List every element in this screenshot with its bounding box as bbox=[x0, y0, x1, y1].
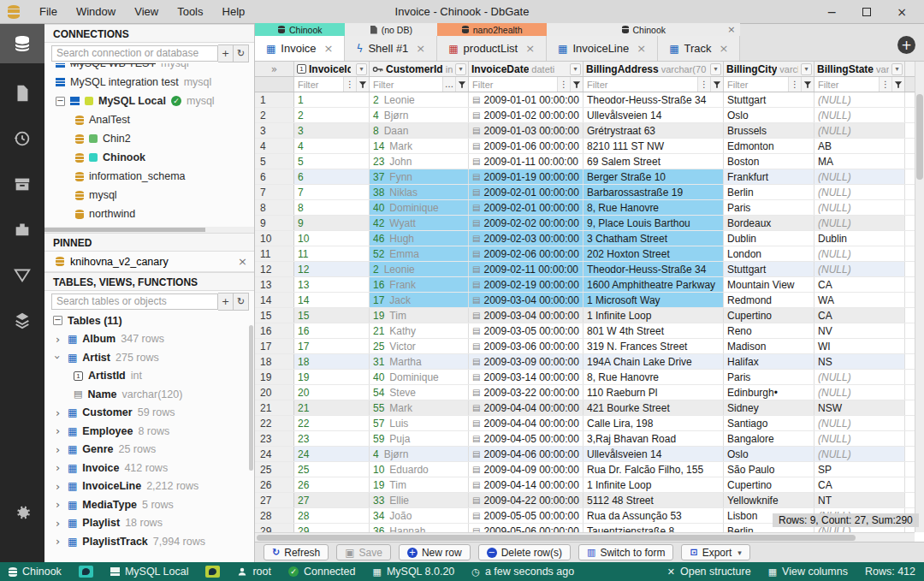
database-item-northwind[interactable]: northwind bbox=[44, 205, 254, 223]
billing-state-cell[interactable]: (NULL) bbox=[814, 169, 905, 184]
chevron-right-icon[interactable]: › bbox=[53, 461, 62, 474]
row-number-cell[interactable]: 27 bbox=[255, 493, 294, 507]
billing-city-cell[interactable]: Paris bbox=[724, 370, 814, 384]
connection-item-mysql-integration-test[interactable]: MySQL integration testmysql bbox=[44, 73, 254, 92]
filter-menu-icon[interactable]: ⋮ bbox=[697, 77, 710, 92]
billing-address-cell[interactable]: 9, Place Louis Barthou bbox=[583, 216, 724, 230]
invoice-id-cell[interactable]: 7 bbox=[294, 185, 370, 199]
invoice-date-cell[interactable]: ▤2009-04-06 00:00:00 bbox=[469, 447, 583, 461]
billing-state-cell[interactable]: SP bbox=[814, 462, 905, 477]
date-edit-icon[interactable]: ▤ bbox=[472, 403, 480, 412]
billing-city-cell[interactable]: Sidney bbox=[724, 400, 814, 415]
expand-all-header-cell[interactable]: » bbox=[255, 62, 294, 76]
invoice-date-cell[interactable]: ▤2009-02-01 00:00:00 bbox=[469, 200, 583, 215]
billing-city-cell[interactable]: Cupertino bbox=[724, 477, 814, 492]
date-edit-icon[interactable]: ▤ bbox=[472, 388, 480, 397]
customer-id-cell[interactable]: 54Steve bbox=[370, 385, 469, 400]
close-icon[interactable]: × bbox=[525, 42, 535, 55]
funnel-icon[interactable] bbox=[570, 77, 583, 92]
billing-address-cell[interactable]: Grétrystraat 63 bbox=[583, 123, 724, 138]
customer-id-cell[interactable]: 55Mark bbox=[370, 400, 469, 415]
layers-rail-icon[interactable] bbox=[0, 300, 44, 340]
billing-city-cell[interactable]: Berlin bbox=[724, 185, 814, 199]
date-edit-icon[interactable]: ▤ bbox=[472, 311, 480, 320]
invoice-id-cell[interactable]: 24 bbox=[294, 447, 370, 461]
billing-address-cell[interactable]: 194A Chain Lake Drive bbox=[583, 354, 724, 369]
row-number-cell[interactable]: 5 bbox=[255, 154, 294, 169]
column-header-billingcity[interactable]: BillingCityvarcha▾ bbox=[724, 62, 814, 76]
row-number-cell[interactable]: 2 bbox=[255, 108, 294, 122]
date-edit-icon[interactable]: ▤ bbox=[472, 249, 480, 258]
invoice-id-cell[interactable]: 1 bbox=[294, 92, 370, 107]
close-icon[interactable]: × bbox=[720, 42, 729, 55]
billing-city-cell[interactable]: Boston bbox=[724, 154, 814, 169]
billing-address-cell[interactable]: Ullevålsveien 14 bbox=[583, 108, 724, 122]
row-number-cell[interactable]: 22 bbox=[255, 416, 294, 430]
menu-window[interactable]: Window bbox=[67, 5, 125, 18]
row-number-cell[interactable]: 26 bbox=[255, 477, 294, 492]
connection-item-mysql-local[interactable]: −MySQL Local✓mysql bbox=[44, 92, 254, 110]
date-edit-icon[interactable]: ▤ bbox=[472, 418, 480, 428]
date-edit-icon[interactable]: ▤ bbox=[472, 295, 480, 305]
customer-id-cell[interactable]: 31Martha bbox=[370, 354, 469, 369]
customer-id-cell[interactable]: 42Wyatt bbox=[370, 216, 469, 230]
billing-state-cell[interactable]: (NULL) bbox=[814, 123, 905, 138]
date-edit-icon[interactable]: ▤ bbox=[472, 434, 480, 443]
row-number-cell[interactable]: 3 bbox=[255, 123, 294, 138]
grid-vertical-scrollbar[interactable] bbox=[915, 62, 924, 532]
query-rail-icon[interactable] bbox=[0, 255, 44, 294]
date-edit-icon[interactable]: ▤ bbox=[472, 110, 480, 120]
collapse-icon[interactable]: − bbox=[56, 97, 65, 106]
close-icon[interactable]: × bbox=[637, 42, 646, 55]
invoice-date-cell[interactable]: ▤2009-02-06 00:00:00 bbox=[469, 246, 583, 261]
billing-state-cell[interactable]: (NULL) bbox=[814, 92, 905, 107]
customer-id-cell[interactable]: 2Leonie bbox=[370, 262, 469, 276]
date-edit-icon[interactable]: ▤ bbox=[472, 357, 480, 366]
billing-city-cell[interactable]: Bangalore bbox=[724, 431, 814, 446]
row-number-cell[interactable]: 25 bbox=[255, 462, 294, 477]
invoice-date-cell[interactable]: ▤2009-05-05 00:00:00 bbox=[469, 508, 583, 523]
billing-address-cell[interactable]: Theodor-Heuss-Straße 34 bbox=[583, 262, 724, 276]
billing-city-cell[interactable]: Oslo bbox=[724, 108, 814, 122]
refresh-button[interactable]: ↻ Refresh bbox=[264, 544, 329, 560]
billing-state-cell[interactable]: NSW bbox=[814, 400, 905, 415]
customer-id-cell[interactable]: 38Niklas bbox=[370, 185, 469, 199]
billing-address-cell[interactable]: 8, Rue Hanovre bbox=[583, 370, 724, 384]
table-item-playlisttrack[interactable]: ›▦PlaylistTrack7,994 rows bbox=[44, 532, 254, 551]
chevron-down-icon[interactable]: › bbox=[51, 353, 64, 362]
invoice-id-cell[interactable]: 21 bbox=[294, 400, 370, 415]
billing-state-cell[interactable]: AB bbox=[814, 139, 905, 153]
chevron-right-icon[interactable]: › bbox=[53, 406, 62, 419]
billing-address-cell[interactable]: 3 Chatham Street bbox=[583, 231, 724, 246]
billing-address-cell[interactable]: 69 Salem Street bbox=[583, 154, 724, 169]
date-edit-icon[interactable]: ▤ bbox=[472, 234, 480, 243]
tab-group-header-nano2health[interactable]: nano2health bbox=[437, 23, 547, 36]
row-number-cell[interactable]: 13 bbox=[255, 277, 294, 292]
billing-address-cell[interactable]: 5112 48 Street bbox=[583, 493, 724, 507]
date-edit-icon[interactable]: ▤ bbox=[472, 141, 480, 151]
billing-city-cell[interactable]: Edinburgh• bbox=[724, 385, 814, 400]
billing-city-cell[interactable]: Bordeaux bbox=[724, 216, 814, 230]
billing-state-cell[interactable]: (NULL) bbox=[814, 216, 905, 230]
invoice-id-cell[interactable]: 2 bbox=[294, 108, 370, 122]
invoice-date-cell[interactable]: ▤2009-01-03 00:00:00 bbox=[469, 123, 583, 138]
new-row-button[interactable]: + New row bbox=[399, 544, 471, 560]
date-edit-icon[interactable]: ▤ bbox=[472, 372, 480, 382]
billing-state-cell[interactable]: (NULL) bbox=[814, 416, 905, 430]
date-edit-icon[interactable]: ▤ bbox=[472, 203, 480, 212]
table-item-mediatype[interactable]: ›▦MediaType5 rows bbox=[44, 495, 254, 514]
tables-group-row[interactable]: − Tables (11) bbox=[44, 311, 254, 330]
invoice-id-cell[interactable]: 12 bbox=[294, 262, 370, 276]
invoice-id-cell[interactable]: 26 bbox=[294, 477, 370, 492]
database-item-information-schema[interactable]: information_schema bbox=[44, 167, 254, 186]
close-icon[interactable]: × bbox=[727, 24, 735, 35]
invoice-id-cell[interactable]: 9 bbox=[294, 216, 370, 230]
billing-state-cell[interactable]: MA bbox=[814, 154, 905, 169]
customer-id-cell[interactable]: 40Dominique bbox=[370, 370, 469, 384]
maximize-button[interactable] bbox=[862, 8, 871, 16]
invoice-id-cell[interactable]: 14 bbox=[294, 293, 370, 307]
column-header-billingstate[interactable]: BillingStatevarcha▾ bbox=[814, 62, 905, 76]
invoice-id-cell[interactable]: 28 bbox=[294, 508, 370, 523]
connection-item-mysql-wb-test[interactable]: MySQL WB TESTmysql bbox=[44, 63, 254, 73]
invoice-date-cell[interactable]: ▤2009-02-19 00:00:00 bbox=[469, 277, 583, 292]
